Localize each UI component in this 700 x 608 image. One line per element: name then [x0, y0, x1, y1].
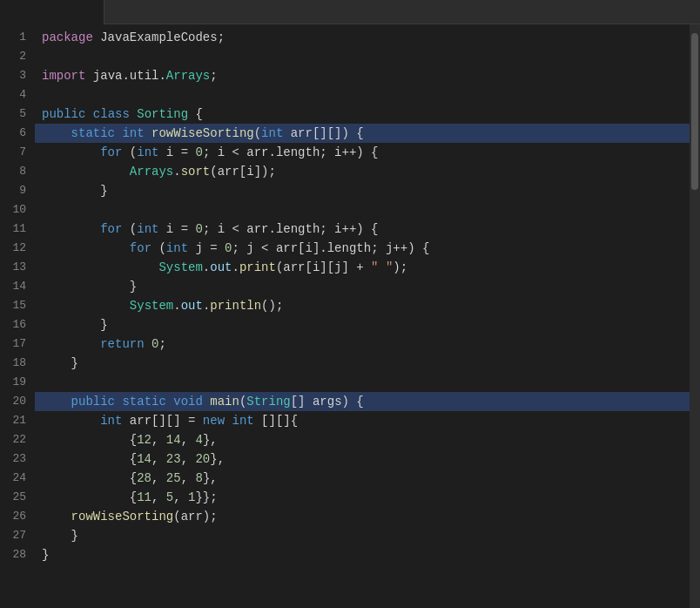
line-number: 1: [3, 28, 26, 47]
code-line: public static void main(String[] args) {: [35, 392, 690, 411]
line-number: 16: [3, 315, 26, 334]
line-number: 2: [3, 47, 26, 66]
code-line: for (int j = 0; j < arr[i].length; j++) …: [35, 239, 690, 258]
scrollbar-thumb[interactable]: [691, 33, 698, 190]
code-line: [35, 85, 690, 105]
line-number: 7: [3, 143, 26, 162]
scrollbar-y[interactable]: [690, 24, 700, 608]
line-number: 8: [3, 162, 26, 181]
line-number: 9: [3, 181, 26, 200]
tab-close-button[interactable]: [14, 5, 28, 19]
code-line: public class Sorting {: [35, 105, 690, 124]
code-line: return 0;: [35, 334, 690, 354]
tab-bar: [0, 0, 700, 24]
code-line: rowWiseSorting(arr);: [35, 507, 690, 526]
code-line: {14, 23, 20},: [35, 449, 690, 469]
line-number: 23: [3, 449, 26, 469]
line-number: 27: [3, 526, 26, 545]
code-line: for (int i = 0; i < arr.length; i++) {: [35, 220, 690, 239]
code-line: Arrays.sort(arr[i]);: [35, 162, 690, 181]
line-number: 22: [3, 430, 26, 449]
code-line: [35, 47, 690, 66]
code-line: }: [35, 315, 690, 334]
line-number: 24: [3, 469, 26, 488]
file-tab[interactable]: [0, 0, 104, 24]
code-line: System.out.print(arr[i][j] + " ");: [35, 258, 690, 277]
line-number: 20: [3, 392, 26, 411]
line-number: 17: [3, 334, 26, 354]
code-line: }: [35, 277, 690, 296]
line-number: 19: [3, 373, 26, 392]
code-line: int arr[][] = new int [][]{: [35, 411, 690, 430]
window-controls: [663, 4, 700, 20]
maximize-button[interactable]: [681, 4, 697, 20]
code-line: }: [35, 354, 690, 373]
code-line: {12, 14, 4},: [35, 430, 690, 449]
code-line: System.out.println();: [35, 296, 690, 315]
minimize-button[interactable]: [663, 4, 679, 20]
line-number: 18: [3, 354, 26, 373]
line-number: 12: [3, 239, 26, 258]
line-number: 10: [3, 200, 26, 220]
code-line: import java.util.Arrays;: [35, 66, 690, 85]
editor-container: 1234567891011121314151617181920212223242…: [0, 0, 700, 608]
code-line: }: [35, 526, 690, 545]
line-number: 4: [3, 85, 26, 105]
code-line: for (int i = 0; i < arr.length; i++) {: [35, 143, 690, 162]
line-number: 6: [3, 124, 26, 143]
code-content[interactable]: package JavaExampleCodes; import java.ut…: [35, 24, 690, 608]
line-number: 21: [3, 411, 26, 430]
code-line: static int rowWiseSorting(int arr[][]) {: [35, 124, 690, 143]
code-line: {11, 5, 1}};: [35, 488, 690, 507]
code-line: {28, 25, 8},: [35, 469, 690, 488]
line-number: 26: [3, 507, 26, 526]
code-line: [35, 373, 690, 392]
code-line: package JavaExampleCodes;: [35, 28, 690, 47]
code-area: 1234567891011121314151617181920212223242…: [0, 24, 700, 608]
line-number: 13: [3, 258, 26, 277]
line-number: 25: [3, 488, 26, 507]
line-number: 3: [3, 66, 26, 85]
line-numbers: 1234567891011121314151617181920212223242…: [0, 24, 35, 608]
line-number: 15: [3, 296, 26, 315]
line-number: 11: [3, 220, 26, 239]
code-line: }: [35, 545, 690, 564]
code-line: }: [35, 181, 690, 200]
code-line: [35, 200, 690, 220]
line-number: 5: [3, 105, 26, 124]
line-number: 14: [3, 277, 26, 296]
line-number: 28: [3, 545, 26, 564]
